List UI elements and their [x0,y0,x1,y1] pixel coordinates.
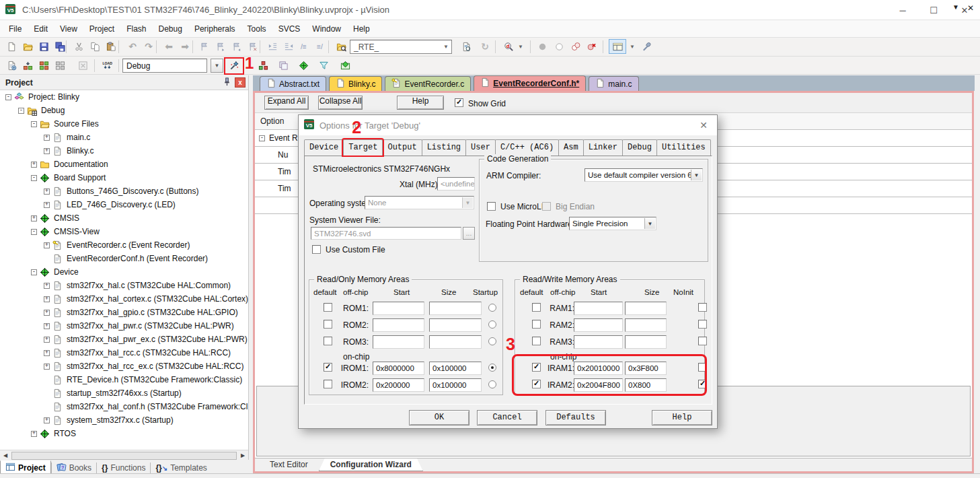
navigate-back-icon[interactable]: ⬅ [161,39,176,54]
tree-item[interactable]: -Project: Blinky [0,90,248,104]
size-input[interactable] [429,318,482,332]
startup-radio[interactable] [488,304,496,312]
size-input[interactable] [625,302,667,315]
dialog-tab-user[interactable]: User [465,139,496,156]
view-tab-text-editor[interactable]: Text Editor [259,458,319,471]
navigate-forward-icon[interactable]: ➡ [178,39,192,54]
menu-edit[interactable]: Edit [28,22,54,36]
unindent-icon[interactable] [281,39,296,54]
rte-filter-input[interactable]: _RTE_▼ [350,40,452,54]
menu-window[interactable]: Window [306,22,347,36]
indent-icon[interactable] [265,39,280,54]
tree-item[interactable]: +Documentation [0,158,248,171]
size-input[interactable] [625,318,667,332]
tree-item[interactable]: +stm32f7xx_hal_pwr.c (STM32Cube HAL:PWR) [0,319,248,333]
default-checkbox[interactable] [324,337,332,345]
manage-project-items-icon[interactable] [276,58,291,73]
insert-bookmark-icon[interactable] [196,39,211,54]
uncomment-selection-icon[interactable]: ≡/ [313,39,328,54]
dialog-tab-output[interactable]: Output [382,139,422,156]
expand-icon[interactable]: + [44,364,50,370]
scroll-left-icon[interactable]: ◀ [0,451,11,460]
expand-icon[interactable]: + [44,283,50,289]
expand-icon[interactable]: + [31,162,37,168]
collapse-icon[interactable]: - [31,121,37,127]
dialog-tab-c-c-ac6-[interactable]: C/C++ (AC6) [495,139,559,156]
expand-all-button[interactable]: Expand All [264,96,309,110]
tree-item[interactable]: +Blinky.c [0,144,248,158]
tree-item[interactable]: -Device [0,265,248,279]
help-button[interactable]: Help [397,96,444,110]
download-to-flash-icon[interactable]: LOAD [100,58,114,73]
dialog-tab-listing[interactable]: Listing [422,139,466,156]
tree-item[interactable]: -CMSIS-View [0,225,248,238]
ok-button[interactable]: OK [409,410,469,425]
system-viewer-file-input[interactable]: STM32F746.svd [311,227,461,240]
start-input[interactable] [574,318,623,332]
defaults-button[interactable]: Defaults [545,410,606,425]
expand-icon[interactable]: + [44,202,50,208]
tree-item[interactable]: +EventRecorderConf.h (Event Recorder) [0,252,248,265]
window-layout-dropdown-icon[interactable]: ▼ [627,40,638,53]
editor-tab[interactable]: EventRecorder.c [385,76,471,91]
start-input[interactable]: 0x200000 [373,378,424,392]
default-checkbox[interactable] [532,303,541,312]
startup-radio[interactable] [488,337,496,345]
comment-selection-icon[interactable]: /≡ [297,39,312,54]
select-software-packs-icon[interactable] [316,58,331,73]
start-input[interactable] [574,335,623,349]
default-checkbox[interactable] [532,320,541,329]
expand-icon[interactable]: + [44,148,50,154]
books-window-icon[interactable] [338,58,352,73]
dialog-tab-linker[interactable]: Linker [583,139,623,156]
collapse-icon[interactable]: - [5,94,11,100]
expand-icon[interactable]: + [31,215,37,221]
view-tab-configuration-wizard[interactable]: Configuration Wizard [319,458,423,471]
tree-item[interactable]: +stm32f7xx_hal.c (STM32Cube HAL:Common) [0,279,248,292]
menu-project[interactable]: Project [83,22,120,36]
tree-item[interactable]: +stm32f7xx_hal_rcc_ex.c (STM32Cube HAL:R… [0,360,248,373]
configure-icon[interactable] [639,39,654,54]
startup-radio[interactable] [488,364,496,372]
minimize-icon[interactable]: ─ [887,0,918,20]
tree-item[interactable]: +LED_746G_Discovery.c (LED) [0,198,248,211]
arm-compiler-dropdown-icon[interactable]: ▼ [691,170,702,180]
fph-dropdown-icon[interactable]: ▼ [644,218,655,229]
tree-item[interactable]: +stm32f7xx_hal_pwr_ex.c (STM32Cube HAL:P… [0,333,248,346]
window-layout-icon[interactable] [609,39,626,54]
start-input[interactable] [574,302,623,315]
editor-tab[interactable]: Abstract.txt [260,76,326,91]
browse-button[interactable]: ... [463,227,475,240]
menu-debug[interactable]: Debug [153,22,188,36]
expand-icon[interactable]: + [44,189,50,195]
os-dropdown-arrow-icon[interactable]: ▼ [462,197,473,208]
rte-dropdown-icon[interactable]: ▼ [441,40,451,54]
pack-installer-icon[interactable] [296,58,311,73]
tree-item[interactable]: -Board Support [0,171,248,184]
noinit-checkbox[interactable] [698,320,707,329]
expand-icon[interactable]: + [44,310,50,316]
start-input[interactable] [373,302,424,315]
tree-item[interactable]: +stm32f7xx_hal_cortex.c (STM32Cube HAL:C… [0,292,248,306]
goto-next-bookmark-icon[interactable] [213,39,227,54]
expand-icon[interactable]: + [44,417,50,423]
find-magnifier-icon[interactable]: d [501,39,516,54]
scrollbar-thumb[interactable] [11,452,237,460]
menu-view[interactable]: View [54,22,83,36]
default-checkbox[interactable] [324,363,332,372]
start-input[interactable]: 0x8000000 [373,362,424,375]
tree-item[interactable]: +RTOS [0,427,248,440]
redo-icon[interactable]: ↷ [141,39,156,54]
menu-svcs[interactable]: SVCS [272,22,307,36]
menu-help[interactable]: Help [347,22,376,36]
tree-item[interactable]: +stm32f7xx_hal_gpio.c (STM32Cube HAL:GPI… [0,306,248,319]
noinit-checkbox[interactable] [698,303,707,312]
dialog-tab-utilities[interactable]: Utilities [656,139,711,156]
tree-item[interactable]: +RTE_Device.h (STM32Cube Framework:Class… [0,373,248,386]
find-next-icon[interactable] [459,39,474,54]
size-input[interactable] [429,302,482,315]
breakpoint-enable-disable-icon[interactable] [552,39,566,54]
collapse-icon[interactable]: - [31,269,37,275]
panel-tab-templates[interactable]: {}↘Templates [151,460,211,475]
translate-file-icon[interactable] [4,58,19,73]
